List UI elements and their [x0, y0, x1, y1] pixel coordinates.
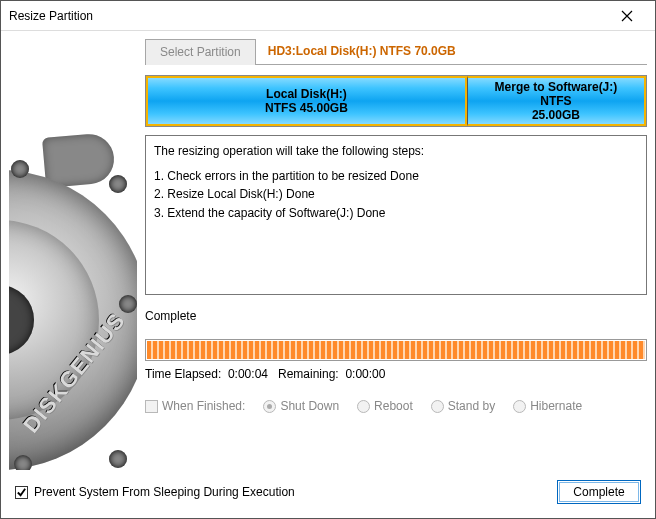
step-line: 2. Resize Local Disk(H:) Done: [154, 185, 638, 204]
hibernate-radio: Hibernate: [513, 399, 582, 413]
partition-title: Merge to Software(J:): [495, 80, 618, 94]
radio-icon: [263, 400, 276, 413]
time-remaining-label: Remaining:: [278, 367, 339, 381]
reboot-radio: Reboot: [357, 399, 413, 413]
partition-segment-local[interactable]: Local Disk(H:) NTFS 45.00GB: [146, 76, 467, 126]
footer: Prevent System From Sleeping During Exec…: [1, 470, 655, 518]
time-remaining: 0:00:00: [345, 367, 385, 381]
partition-fs: NTFS: [540, 94, 571, 108]
checkbox-icon: [145, 400, 158, 413]
step-line: 3. Extend the capacity of Software(J:) D…: [154, 204, 638, 223]
partition-size: 25.00GB: [532, 108, 580, 122]
prevent-sleep-label: Prevent System From Sleeping During Exec…: [34, 485, 295, 499]
standby-radio: Stand by: [431, 399, 495, 413]
partition-bar: Local Disk(H:) NTFS 45.00GB Merge to Sof…: [145, 75, 647, 127]
close-button[interactable]: [607, 2, 647, 30]
select-partition-tab[interactable]: Select Partition: [145, 39, 256, 65]
partition-segment-merge[interactable]: Merge to Software(J:) NTFS 25.00GB: [467, 76, 646, 126]
disk-illustration: DISKGENIUS: [9, 100, 137, 470]
check-icon: [16, 487, 27, 498]
close-icon: [621, 10, 633, 22]
time-elapsed: 0:00:04: [228, 367, 268, 381]
tab-row: Select Partition HD3:Local Disk(H:) NTFS…: [145, 38, 647, 65]
checkbox-icon: [15, 486, 28, 499]
titlebar: Resize Partition: [1, 1, 655, 31]
resize-partition-window: Resize Partition DISKGENIUS Select Parti…: [0, 0, 656, 519]
status-label: Complete: [145, 309, 647, 323]
time-elapsed-label: Time Elapsed:: [145, 367, 221, 381]
partition-fs-size: NTFS 45.00GB: [265, 101, 348, 115]
dialog-body: DISKGENIUS Select Partition HD3:Local Di…: [1, 31, 655, 470]
partition-title: Local Disk(H:): [266, 87, 347, 101]
radio-icon: [513, 400, 526, 413]
time-row: Time Elapsed: 0:00:04 Remaining: 0:00:00: [145, 367, 647, 381]
step-line: 1. Check errors in the partition to be r…: [154, 167, 638, 186]
when-finished-checkbox: When Finished:: [145, 399, 245, 413]
progress-fill: [147, 341, 645, 359]
prevent-sleep-checkbox[interactable]: Prevent System From Sleeping During Exec…: [15, 485, 545, 499]
post-action-options: When Finished: Shut Down Reboot Stand by…: [145, 399, 647, 413]
progress-bar: [145, 339, 647, 361]
partition-description: HD3:Local Disk(H:) NTFS 70.0GB: [256, 44, 456, 58]
steps-box: The resizing operation will take the fol…: [145, 135, 647, 295]
radio-icon: [357, 400, 370, 413]
complete-button[interactable]: Complete: [557, 480, 641, 504]
radio-icon: [431, 400, 444, 413]
steps-intro: The resizing operation will take the fol…: [154, 142, 638, 161]
window-title: Resize Partition: [9, 9, 607, 23]
main-panel: Select Partition HD3:Local Disk(H:) NTFS…: [145, 38, 647, 470]
side-image: DISKGENIUS: [9, 38, 137, 470]
shutdown-radio: Shut Down: [263, 399, 339, 413]
